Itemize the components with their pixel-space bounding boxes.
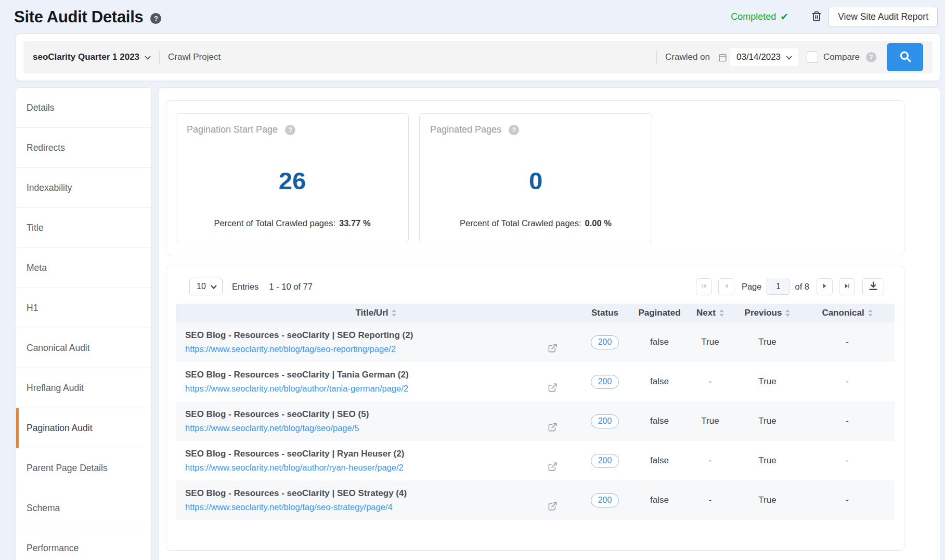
compare-checkbox[interactable] — [807, 51, 818, 63]
last-page-button[interactable] — [839, 278, 855, 295]
title-url-cell: SEO Blog - Resources - seoClarity | Tani… — [176, 370, 576, 394]
page-url-link[interactable]: https://www.seoclarity.net/blog/tag/seo-… — [185, 502, 393, 512]
pagination-table: Title/Url Status Paginated Next Previous — [176, 304, 895, 520]
sidebar-item-redirects[interactable]: Redirects — [16, 128, 151, 168]
divider — [159, 50, 160, 64]
paginated-value: false — [633, 495, 685, 505]
status-cell: 200 — [576, 375, 633, 389]
external-link-icon[interactable] — [548, 501, 558, 511]
status-cell: 200 — [576, 454, 633, 468]
status-cell: 200 — [576, 335, 633, 349]
previous-value: True — [735, 416, 800, 426]
sidebar-item-h1[interactable]: H1 — [16, 288, 151, 328]
first-page-button[interactable] — [696, 278, 712, 295]
entries-range: 1 - 10 of 77 — [269, 282, 312, 292]
page-number-input[interactable] — [767, 279, 789, 295]
previous-value: True — [735, 495, 800, 505]
page-label: Page — [742, 282, 762, 292]
sort-icon — [392, 309, 396, 317]
title-url-cell: SEO Blog - Resources - seoClarity | SEO … — [176, 488, 576, 512]
external-link-icon[interactable] — [548, 343, 558, 353]
project-name: seoClarity Quarter 1 2023 — [33, 52, 139, 62]
sort-icon — [785, 309, 790, 317]
sidebar-item-schema[interactable]: Schema — [16, 488, 151, 528]
next-page-button[interactable] — [817, 278, 833, 295]
column-header-paginated[interactable]: Paginated — [633, 308, 685, 318]
status-badge: 200 — [591, 375, 619, 389]
stat-value: 0 — [430, 135, 641, 218]
first-page-icon — [701, 282, 707, 291]
title-url-cell: SEO Blog - Resources - seoClarity | SEO … — [176, 409, 576, 433]
page-url-link[interactable]: https://www.seoclarity.net/blog/tag/seo/… — [185, 423, 359, 433]
compare-help-icon[interactable]: ? — [866, 52, 876, 62]
column-label: Canonical — [822, 308, 864, 318]
total-pages-label: of 8 — [795, 282, 809, 292]
previous-page-button[interactable] — [718, 278, 734, 295]
sort-icon — [719, 309, 724, 317]
header-actions: Completed ✔ View Site Audit Report — [731, 7, 938, 27]
sort-icon — [868, 309, 873, 317]
page-url-link[interactable]: https://www.seoclarity.net/blog/tag/seo-… — [185, 344, 396, 354]
sidebar-item-meta[interactable]: Meta — [16, 248, 151, 288]
column-label: Status — [591, 308, 618, 318]
status-badge: 200 — [591, 454, 619, 468]
sidebar-item-label: Performance — [27, 543, 79, 554]
sidebar-item-canonical-audit[interactable]: Canonical Audit — [16, 328, 151, 368]
crawl-date-selector[interactable]: 03/14/2023 — [730, 48, 798, 66]
sidebar-item-indexability[interactable]: Indexability — [16, 168, 151, 208]
sidebar-item-details[interactable]: Details — [16, 88, 151, 128]
sidebar-item-hreflang-audit[interactable]: Hreflang Audit — [16, 368, 151, 408]
page-size-select[interactable]: 10 — [189, 278, 223, 295]
column-header-title-url[interactable]: Title/Url — [176, 308, 576, 318]
download-button[interactable] — [862, 278, 884, 295]
page-url-link[interactable]: https://www.seoclarity.net/blog/author/t… — [185, 384, 408, 394]
stat-help-icon[interactable]: ? — [509, 125, 519, 135]
table-row: SEO Blog - Resources - seoClarity | Tani… — [176, 362, 895, 401]
column-header-status[interactable]: Status — [576, 308, 633, 318]
sidebar-item-label: Indexability — [27, 183, 72, 193]
last-page-icon — [844, 282, 850, 291]
search-button[interactable] — [887, 43, 923, 71]
status-cell: 200 — [576, 493, 633, 507]
status-badge: 200 — [591, 335, 619, 349]
crawl-status-badge: Completed ✔ — [731, 11, 788, 23]
compare-label: Compare — [823, 52, 860, 62]
sidebar-item-label: Details — [27, 102, 55, 113]
chevron-down-icon — [786, 52, 792, 62]
view-site-audit-report-button[interactable]: View Site Audit Report — [829, 7, 938, 27]
external-link-icon[interactable] — [548, 383, 558, 393]
delete-audit-button[interactable] — [811, 10, 822, 23]
sidebar-item-performance[interactable]: Performance — [16, 528, 151, 560]
column-header-next[interactable]: Next — [685, 308, 735, 318]
pagination-table-panel: 10 Entries 1 - 10 of 77 Page — [166, 266, 904, 551]
paginated-value: false — [633, 416, 685, 426]
stat-percent-line: Percent of Total Crawled pages:33.77 % — [187, 218, 398, 228]
canonical-value: - — [800, 495, 895, 505]
sidebar-item-pagination-audit[interactable]: Pagination Audit — [16, 408, 151, 448]
checkmark-icon: ✔ — [780, 11, 788, 23]
stat-help-icon[interactable]: ? — [285, 125, 295, 135]
external-link-icon[interactable] — [548, 462, 558, 472]
pagination-controls: Page of 8 — [696, 278, 884, 295]
title-url-cell: SEO Blog - Resources - seoClarity | SEO … — [176, 330, 576, 354]
page-url-link[interactable]: https://www.seoclarity.net/blog/author/r… — [185, 463, 404, 473]
column-header-previous[interactable]: Previous — [735, 308, 800, 318]
previous-value: True — [735, 376, 800, 387]
stat-percent-label: Percent of Total Crawled pages: — [460, 218, 581, 228]
paginated-value: false — [633, 376, 685, 387]
page-title-help-icon[interactable]: ? — [150, 13, 161, 24]
crawl-date-value: 03/14/2023 — [736, 52, 781, 62]
next-value: - — [685, 495, 735, 505]
sidebar-item-title[interactable]: Title — [16, 208, 151, 248]
canonical-value: - — [800, 337, 895, 347]
project-selector[interactable]: seoClarity Quarter 1 2023 — [33, 52, 151, 62]
column-header-canonical[interactable]: Canonical — [800, 308, 895, 318]
status-badge: 200 — [591, 414, 619, 428]
toolbar-right: Crawled on 03/14/2023 Compare ? — [648, 43, 923, 71]
next-value: - — [685, 376, 735, 387]
external-link-icon[interactable] — [548, 422, 558, 432]
table-controls: 10 Entries 1 - 10 of 77 Page — [176, 278, 895, 295]
trash-icon — [811, 10, 822, 23]
sidebar-item-parent-page-details[interactable]: Parent Page Details — [16, 448, 151, 488]
content-row: Details Redirects Indexability Title Met… — [16, 87, 940, 560]
